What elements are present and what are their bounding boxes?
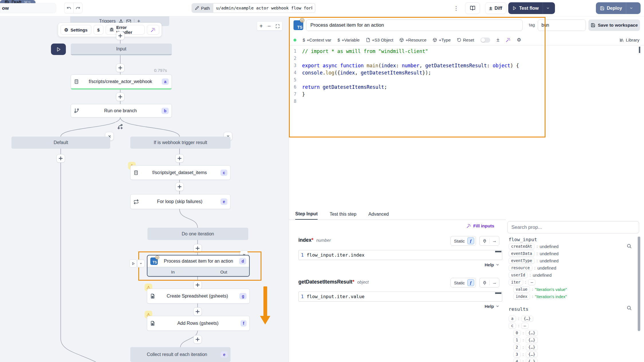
add-step-button[interactable] [193,335,202,344]
flow-name-input[interactable]: ow [0,3,56,13]
props-scrollbar[interactable] [638,237,640,331]
plug-icon[interactable] [480,281,489,285]
library-button[interactable]: Library [619,38,639,43]
code-line[interactable]: 2 [289,55,642,62]
variables-button[interactable]: $ [94,25,103,35]
node-branch-if-webhook[interactable]: If is webhook trigger result [130,137,231,149]
static-toggle[interactable]: Staticf [450,278,476,288]
arrow-right-button[interactable]: → [489,238,499,243]
node-create-spreadsheet[interactable]: Create Spreadsheet (gsheets) g [147,289,250,304]
prop-key[interactable]: createdAt [509,243,535,249]
add-s3-object-button[interactable]: +S3 Object [366,38,393,42]
add-step-button[interactable] [116,93,125,101]
node-add-rows[interactable]: Add Rows (gsheets) f [147,316,250,331]
prop-value[interactable]: {…} [521,316,533,322]
node-in-tab[interactable]: In [147,267,198,277]
code-line[interactable]: 5 [289,76,642,84]
prop-key[interactable]: 4 [513,359,521,362]
diff-button[interactable]: ±Diff [485,2,506,14]
prop-key[interactable]: iter [509,279,523,285]
node-out-tab[interactable]: Out [198,267,249,277]
prop-key[interactable]: 1 [513,337,521,343]
add-type-button[interactable]: +Type [433,38,450,42]
code-line[interactable]: 3export async function main(index: numbe… [289,62,642,69]
node-process-dataset-item[interactable]: TS Process dataset item for an action d … [147,255,250,277]
ai-wand-button[interactable] [506,38,511,42]
fill-inputs-button[interactable]: Fill inputs [466,223,494,229]
arrow-right-button[interactable]: → [489,280,499,285]
prop-key[interactable]: value [513,286,530,292]
add-step-button[interactable] [193,307,202,316]
expr-input-index[interactable]: 1 flow_input.iter.index [298,250,502,260]
diff-toggle[interactable] [480,38,490,43]
prop-value[interactable]: {…} [526,330,538,336]
prop-value[interactable]: – [521,323,529,329]
redo-button[interactable] [73,3,82,13]
prop-key[interactable]: eventData [509,251,535,257]
expression-mode-button[interactable]: f [467,237,474,244]
tab-step-input[interactable]: Step Input [295,208,318,220]
prop-key[interactable]: resource [509,265,532,271]
settings-button[interactable]: ⚙Settings [60,25,91,35]
error-handler-button[interactable]: Error Handler [106,25,145,35]
add-resource-button[interactable]: +Resource [399,38,426,42]
deploy-button[interactable]: Deploy [596,2,641,14]
zoom-out-button[interactable]: − [267,23,271,29]
prop-key[interactable]: index [513,294,530,300]
reset-button[interactable]: Reset [457,38,474,42]
fit-view-button[interactable] [275,24,280,28]
code-line[interactable]: 4 console.log({index, getDatesetItemsRes… [289,69,642,76]
node-do-one-iteration[interactable]: Do one iteration [147,228,248,240]
prop-key[interactable]: c [509,323,516,329]
node-run-one-branch[interactable]: Run one branch b [71,104,172,117]
step-title-input[interactable] [306,19,523,31]
prop-value[interactable]: – [528,279,535,285]
deploy-dropdown[interactable] [626,2,636,14]
add-variable-button[interactable]: $+Variable [338,38,360,42]
prop-key[interactable]: eventType [509,258,535,264]
code-line[interactable]: 7} [289,91,642,98]
prop-key[interactable]: 2 [513,344,521,350]
add-context-var-button[interactable]: $+Context var [303,38,331,42]
ai-wand-button[interactable] [147,25,159,35]
prop-key[interactable]: 0 [513,330,521,336]
static-toggle[interactable]: Staticf [450,236,476,246]
run-flow-button[interactable] [51,44,66,55]
run-step-button[interactable] [129,259,137,267]
node-branch-default[interactable]: Default [11,137,110,149]
step-menu-button[interactable] [137,259,145,267]
plug-icon[interactable] [480,239,489,243]
expr-input-getdatesetitemsresult[interactable]: 1 flow_input.iter.value [298,292,502,302]
code-line[interactable]: 6 return getDatesetItemsResult; [289,84,642,91]
prop-key[interactable]: 3 [513,351,521,357]
add-step-button[interactable] [56,154,65,163]
help-button[interactable]: Help [485,304,499,309]
node-get-dataset-items[interactable]: f/scripts/get_dataset_items c [130,165,231,180]
test-flow-dropdown[interactable] [543,2,553,14]
search-icon[interactable] [627,305,632,310]
editor-scrollbar[interactable] [639,47,640,53]
code-editor[interactable]: 1// import * as wmill from "windmill-cli… [289,46,642,208]
tab-test-this-step[interactable]: Test this step [330,208,356,220]
help-button[interactable]: Help [485,262,499,267]
add-step-button[interactable] [175,182,184,191]
prop-key[interactable]: a [509,316,516,322]
node-input[interactable]: Input [71,44,172,55]
tag-input[interactable] [538,19,586,31]
search-prop-input[interactable] [507,221,639,233]
add-step-button[interactable] [193,281,202,289]
node-create-actor-webhook[interactable]: f/scripts/create_actor_webhook a [71,74,172,90]
zoom-in-button[interactable]: + [259,23,263,29]
prop-value[interactable]: {…} [526,351,538,357]
code-line[interactable]: 8 [289,98,642,105]
add-step-button[interactable] [116,32,125,40]
tab-advanced[interactable]: Advanced [369,208,389,220]
code-line[interactable]: 1// import * as wmill from "windmill-cli… [289,48,642,55]
prop-key[interactable]: userId [509,272,528,278]
add-step-button[interactable] [116,64,125,72]
node-for-loop[interactable]: For loop (skip failures) e [130,194,231,209]
docs-button[interactable] [465,2,480,14]
path-input[interactable] [213,3,315,13]
test-flow-button[interactable]: Test flow [508,2,555,14]
more-menu-button[interactable]: ⋮ [452,4,460,12]
